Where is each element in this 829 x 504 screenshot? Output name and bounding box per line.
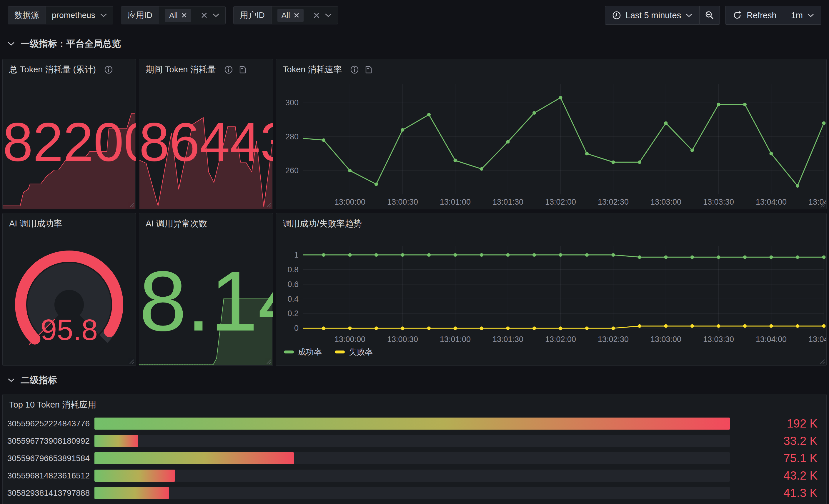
info-icon[interactable]: [224, 65, 233, 74]
panel-title: AI 调用异常次数: [146, 218, 207, 230]
panel-title: Top 10 Token 消耗应用: [9, 399, 96, 411]
svg-text:13:03:30: 13:03:30: [703, 198, 734, 206]
clear-filter-icon[interactable]: [201, 12, 208, 19]
total-tokens-value: 822005: [3, 115, 136, 169]
top10-row[interactable]: 30559679665389158475.1 K: [3, 450, 826, 467]
refresh-button[interactable]: Refresh: [725, 6, 784, 25]
zoom-out-time-button[interactable]: [699, 6, 720, 25]
panel-header[interactable]: AI 调用异常次数: [139, 213, 273, 234]
top10-bar-track: [95, 435, 730, 447]
success-fail-trend-chart[interactable]: 13:00:0013:00:3013:01:0013:01:3013:02:00…: [276, 213, 826, 365]
panel-token-rate[interactable]: Token 消耗速率 13:00:0013:00:3013:01:0013:01…: [276, 59, 827, 209]
filter-app-id[interactable]: 应用ID All: [121, 6, 226, 25]
chevron-down-icon: [100, 13, 107, 17]
top10-row[interactable]: [3, 502, 826, 504]
svg-text:13:01:30: 13:01:30: [493, 198, 524, 206]
datasource-value[interactable]: prometheus: [52, 10, 95, 20]
panel-resize-handle[interactable]: [265, 201, 272, 208]
top10-bar-track: [95, 452, 730, 464]
top10-row-label: 305596796653891584: [3, 450, 90, 467]
panel-resize-handle[interactable]: [819, 358, 825, 364]
refresh-interval-picker[interactable]: 1m: [784, 6, 821, 25]
panel-total-tokens[interactable]: 总 Token 消耗量 (累计) 822005: [2, 59, 136, 209]
clock-icon: [612, 11, 621, 20]
panel-header[interactable]: 总 Token 消耗量 (累计): [3, 59, 136, 80]
legend-item-fail[interactable]: 失败率: [335, 347, 373, 357]
success-rate-gauge: 95.8: [3, 231, 136, 365]
svg-text:13:00:00: 13:00:00: [334, 335, 365, 344]
panel-header[interactable]: Token 消耗速率: [276, 59, 826, 80]
svg-text:0.4: 0.4: [287, 295, 298, 304]
top10-row[interactable]: 30582938141379788841.3 K: [3, 484, 826, 502]
svg-text:13:02:00: 13:02:00: [545, 198, 576, 206]
datasource-picker[interactable]: 数据源 prometheus: [8, 6, 113, 25]
section-title: 一级指标：平台全局总览: [21, 38, 121, 50]
top10-row[interactable]: 305596252224843776192 K: [3, 415, 826, 432]
row-toggle-primary-metrics[interactable]: 一级指标：平台全局总览: [8, 38, 121, 50]
filter-user-id[interactable]: 用户ID All: [233, 6, 338, 25]
panel-success-rate-gauge[interactable]: AI 调用成功率 95.8: [2, 213, 136, 366]
panel-title: Token 消耗速率: [283, 64, 342, 76]
svg-text:13:04:00: 13:04:00: [756, 198, 787, 206]
svg-text:13:00:00: 13:00:00: [334, 198, 365, 206]
panel-header[interactable]: 期间 Token 消耗量: [139, 59, 273, 80]
svg-text:13:02:00: 13:02:00: [545, 335, 576, 344]
panel-title: 调用成功/失败率趋势: [283, 218, 362, 230]
filter-value-chip[interactable]: All: [165, 9, 191, 22]
legend-item-success[interactable]: 成功率: [284, 347, 322, 357]
panel-header[interactable]: 调用成功/失败率趋势: [276, 213, 826, 234]
grafana-dashboard: 数据源 prometheus 应用ID All 用户ID: [0, 0, 829, 504]
time-range-picker[interactable]: Last 5 minutes: [605, 6, 700, 25]
panel-success-fail-trend[interactable]: 调用成功/失败率趋势 13:00:0013:00:3013:01:0013:01…: [276, 213, 827, 366]
top10-bar: [95, 435, 138, 447]
clear-filter-icon[interactable]: [313, 12, 320, 19]
chevron-down-icon[interactable]: [212, 13, 219, 17]
top10-row-label: 305596814823616512: [3, 467, 90, 484]
svg-text:13:02:30: 13:02:30: [598, 335, 629, 344]
svg-text:1: 1: [294, 250, 298, 259]
remove-chip-icon[interactable]: [294, 12, 299, 18]
remove-chip-icon[interactable]: [181, 12, 187, 18]
panel-resize-handle[interactable]: [819, 201, 825, 208]
panel-links-icon[interactable]: [364, 65, 373, 74]
panel-resize-handle[interactable]: [265, 358, 272, 364]
refresh-label: Refresh: [747, 10, 777, 20]
panel-period-tokens[interactable]: 期间 Token 消耗量 86443: [139, 59, 273, 209]
period-tokens-value: 86443: [139, 115, 273, 169]
chevron-down-icon: [8, 378, 15, 383]
info-icon[interactable]: [350, 65, 359, 74]
svg-text:13:00:30: 13:00:30: [387, 335, 418, 344]
panel-top10-token-apps[interactable]: Top 10 Token 消耗应用 305596252224843776192 …: [2, 394, 827, 504]
top10-row[interactable]: 30559681482361651243.2 K: [3, 467, 826, 484]
top10-bar: [95, 418, 730, 430]
svg-text:260: 260: [285, 166, 298, 175]
panel-title: 总 Token 消耗量 (累计): [9, 64, 96, 76]
top10-row-value: 33.2 K: [783, 432, 818, 450]
top10-row-value: 192 K: [787, 415, 818, 432]
chevron-down-icon[interactable]: [325, 13, 332, 17]
top10-row-value: 75.1 K: [783, 450, 818, 467]
svg-text:13:03:00: 13:03:00: [650, 198, 681, 206]
panel-header[interactable]: AI 调用成功率: [3, 213, 136, 234]
top10-row[interactable]: 30559677390818099233.2 K: [3, 432, 826, 450]
filter-value-chip[interactable]: All: [278, 9, 303, 22]
svg-text:13:02:30: 13:02:30: [598, 198, 629, 206]
panel-title: 期间 Token 消耗量: [146, 64, 216, 76]
time-range-label: Last 5 minutes: [626, 10, 681, 20]
top10-bar-track: [95, 470, 730, 482]
panel-links-icon[interactable]: [238, 65, 247, 74]
row-toggle-secondary-metrics[interactable]: 二级指标: [8, 374, 57, 386]
token-rate-chart[interactable]: 13:00:0013:00:3013:01:0013:01:3013:02:00…: [276, 59, 826, 209]
panel-resize-handle[interactable]: [128, 201, 135, 208]
svg-text:13:01:00: 13:01:00: [440, 335, 471, 344]
svg-text:13:00:30: 13:00:30: [387, 198, 418, 206]
top10-row-label: 305596252224843776: [3, 415, 90, 432]
panel-header[interactable]: Top 10 Token 消耗应用: [3, 394, 826, 416]
panel-error-count[interactable]: AI 调用异常次数 8.14: [139, 213, 273, 366]
panel-resize-handle[interactable]: [128, 358, 135, 364]
filter-app-id-label: 应用ID: [121, 6, 159, 24]
info-icon[interactable]: [104, 65, 113, 74]
top10-row-value: 41.3 K: [783, 484, 818, 502]
top10-bar-track: [95, 487, 730, 499]
variable-filters: 数据源 prometheus 应用ID All 用户ID: [8, 6, 338, 25]
